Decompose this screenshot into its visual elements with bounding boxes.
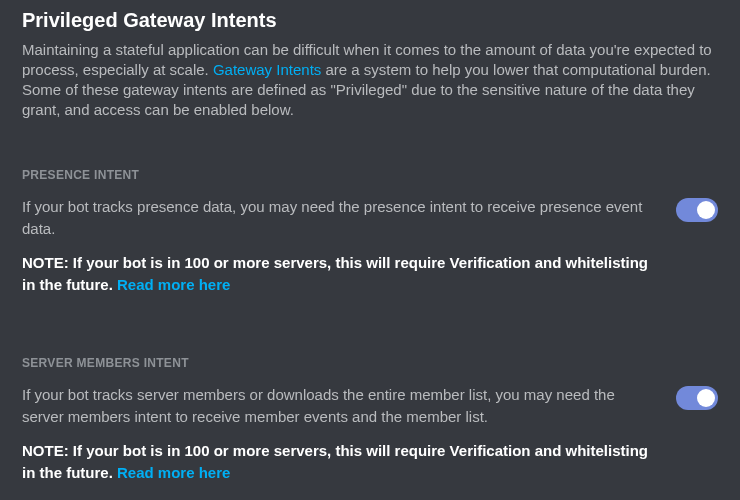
page-title: Privileged Gateway Intents xyxy=(22,8,718,32)
presence-intent-note: NOTE: If your bot is in 100 or more serv… xyxy=(22,252,660,296)
server-members-intent-description: If your bot tracks server members or dow… xyxy=(22,384,660,428)
toggle-knob-icon xyxy=(697,389,715,407)
presence-intent-description: If your bot tracks presence data, you ma… xyxy=(22,196,660,240)
presence-read-more-link[interactable]: Read more here xyxy=(117,276,230,293)
presence-intent-text: If your bot tracks presence data, you ma… xyxy=(22,196,660,296)
presence-intent-body: If your bot tracks presence data, you ma… xyxy=(22,196,718,296)
server-members-intent-note: NOTE: If your bot is in 100 or more serv… xyxy=(22,440,660,484)
server-members-intent-section: SERVER MEMBERS INTENT If your bot tracks… xyxy=(22,356,718,484)
members-note-prefix: NOTE: If your bot is in 100 or more serv… xyxy=(22,442,648,481)
server-members-intent-body: If your bot tracks server members or dow… xyxy=(22,384,718,484)
server-members-intent-label: SERVER MEMBERS INTENT xyxy=(22,356,718,370)
presence-intent-label: PRESENCE INTENT xyxy=(22,168,718,182)
presence-intent-toggle[interactable] xyxy=(676,198,718,222)
gateway-intents-link[interactable]: Gateway Intents xyxy=(213,61,321,78)
server-members-intent-text: If your bot tracks server members or dow… xyxy=(22,384,660,484)
intro-paragraph: Maintaining a stateful application can b… xyxy=(22,40,718,120)
toggle-knob-icon xyxy=(697,201,715,219)
server-members-intent-toggle[interactable] xyxy=(676,386,718,410)
presence-intent-section: PRESENCE INTENT If your bot tracks prese… xyxy=(22,168,718,296)
presence-note-prefix: NOTE: If your bot is in 100 or more serv… xyxy=(22,254,648,293)
members-read-more-link[interactable]: Read more here xyxy=(117,464,230,481)
